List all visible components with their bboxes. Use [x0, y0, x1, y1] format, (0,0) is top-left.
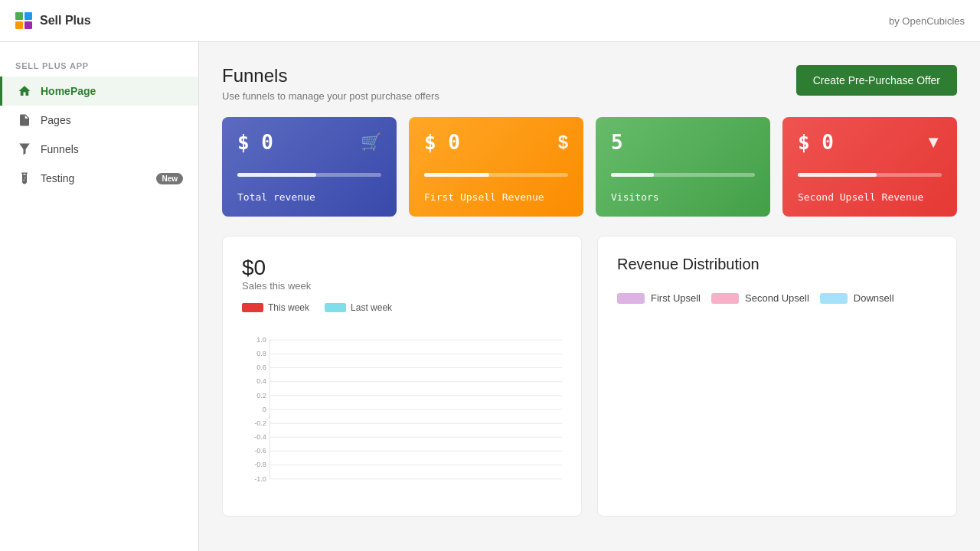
- funnels-header-text: Funnels Use funnels to manage your post …: [222, 65, 439, 102]
- sidebar-item-funnels[interactable]: Funnels: [0, 135, 198, 164]
- stats-row: $ 0 🛒 Total revenue $ 0 $ First Upsell R…: [222, 117, 957, 217]
- main-layout: SELL PLUS APP HomePage Pages Funnels: [0, 42, 980, 551]
- sales-value: $0: [242, 256, 562, 280]
- first-upsell-legend-label: First Upsell: [651, 292, 701, 304]
- stat-card-first-upsell: $ 0 $ First Upsell Revenue: [409, 117, 583, 217]
- app-title: Sell Plus: [40, 14, 91, 28]
- sidebar-item-pages[interactable]: Pages: [0, 106, 198, 135]
- svg-text:-0.6: -0.6: [254, 447, 266, 455]
- create-pre-purchase-button[interactable]: Create Pre-Purchase Offer: [796, 65, 957, 96]
- main-content: Funnels Use funnels to manage your post …: [199, 42, 980, 551]
- svg-text:0.8: 0.8: [256, 350, 266, 357]
- visitors-value: 5: [611, 131, 623, 154]
- second-upsell-swatch: [711, 293, 739, 304]
- page-title: Funnels: [222, 65, 439, 86]
- stat-bar: [237, 173, 316, 177]
- second-upsell-label: Second Upsell Revenue: [798, 191, 942, 203]
- stat-card-second-upsell: $ 0 ▼ Second Upsell Revenue: [782, 117, 957, 217]
- svg-text:-1.0: -1.0: [254, 475, 266, 483]
- header-logo-area: Sell Plus: [15, 12, 91, 29]
- sales-label: Sales this week: [242, 280, 562, 292]
- last-week-label: Last week: [351, 302, 392, 313]
- first-upsell-value: $ 0: [424, 131, 460, 154]
- dollar-icon: $: [558, 132, 568, 153]
- sidebar-item-funnels-label: Funnels: [41, 143, 183, 155]
- stat-card-top: $ 0 ▼: [798, 131, 942, 154]
- svg-text:1.0: 1.0: [256, 336, 266, 344]
- sidebar-item-pages-label: Pages: [41, 114, 183, 126]
- second-upsell-legend-label: Second Upsell: [745, 292, 809, 304]
- svg-text:0.2: 0.2: [256, 392, 266, 399]
- revenue-distribution-card: Revenue Distribution First Upsell Second…: [597, 236, 957, 517]
- pages-icon: [18, 113, 31, 127]
- sidebar-section-label: SELL PLUS APP: [0, 54, 198, 77]
- stat-bar: [424, 173, 489, 177]
- legend-first-upsell: First Upsell: [617, 292, 701, 304]
- funnels-header: Funnels Use funnels to manage your post …: [222, 65, 957, 102]
- svg-text:0.6: 0.6: [256, 364, 266, 371]
- filter-icon: ▼: [925, 132, 942, 152]
- svg-text:-0.4: -0.4: [254, 433, 266, 441]
- chart-legend: This week Last week: [242, 302, 562, 313]
- svg-text:0.4: 0.4: [256, 377, 266, 385]
- stat-card-top: 5: [611, 131, 755, 154]
- testing-icon: [18, 171, 31, 185]
- stat-bar-container: [237, 173, 381, 177]
- sidebar: SELL PLUS APP HomePage Pages Funnels: [0, 42, 199, 551]
- home-icon: [18, 84, 31, 98]
- stat-bar-container: [798, 173, 942, 177]
- legend-downsell: Downsell: [820, 292, 894, 304]
- testing-new-badge: New: [156, 173, 183, 184]
- svg-text:-0.2: -0.2: [254, 419, 266, 427]
- app-header: Sell Plus by OpenCubicles: [0, 0, 980, 42]
- legend-last-week: Last week: [325, 302, 392, 313]
- sidebar-item-homepage[interactable]: HomePage: [0, 77, 198, 106]
- svg-text:-0.8: -0.8: [254, 461, 266, 468]
- stat-bar: [798, 173, 877, 177]
- charts-row: $0 Sales this week This week Last week: [222, 236, 957, 517]
- stat-card-visitors: 5 Visitors: [596, 117, 770, 217]
- first-upsell-label: First Upsell Revenue: [424, 191, 568, 203]
- stat-card-top: $ 0 $: [424, 131, 568, 154]
- sidebar-item-testing[interactable]: Testing New: [0, 164, 198, 193]
- stat-bar-container: [424, 173, 568, 177]
- legend-second-upsell: Second Upsell: [711, 292, 809, 304]
- svg-text:0: 0: [263, 406, 266, 413]
- downsell-legend-label: Downsell: [854, 292, 894, 304]
- cart-icon: 🛒: [361, 132, 381, 152]
- second-upsell-value: $ 0: [798, 131, 834, 154]
- first-upsell-swatch: [617, 293, 645, 304]
- total-revenue-value: $ 0: [237, 131, 273, 154]
- stat-bar-container: [611, 173, 755, 177]
- this-week-swatch: [242, 303, 263, 312]
- stat-bar: [611, 173, 654, 177]
- last-week-swatch: [325, 303, 346, 312]
- sidebar-item-testing-label: Testing: [41, 172, 147, 184]
- total-revenue-label: Total revenue: [237, 191, 381, 203]
- sidebar-item-homepage-label: HomePage: [41, 85, 183, 97]
- logo-icon: [15, 12, 32, 29]
- funnels-icon: [18, 142, 31, 156]
- sales-chart-card: $0 Sales this week This week Last week: [222, 236, 582, 517]
- downsell-swatch: [820, 293, 848, 304]
- revenue-distribution-legend: First Upsell Second Upsell Downsell: [617, 292, 937, 304]
- stat-card-total-revenue: $ 0 🛒 Total revenue: [222, 117, 397, 217]
- header-attribution: by OpenCubicles: [889, 15, 965, 27]
- visitors-label: Visitors: [611, 191, 755, 203]
- page-subtitle: Use funnels to manage your post purchase…: [222, 90, 439, 102]
- this-week-label: This week: [268, 302, 309, 313]
- stat-card-top: $ 0 🛒: [237, 131, 381, 154]
- legend-this-week: This week: [242, 302, 309, 313]
- revenue-distribution-title: Revenue Distribution: [617, 256, 937, 273]
- sales-chart-svg: 1.0 0.8 0.6 0.4 0.2 0 -0.2 -0.4 -0.6 -0.…: [242, 325, 562, 494]
